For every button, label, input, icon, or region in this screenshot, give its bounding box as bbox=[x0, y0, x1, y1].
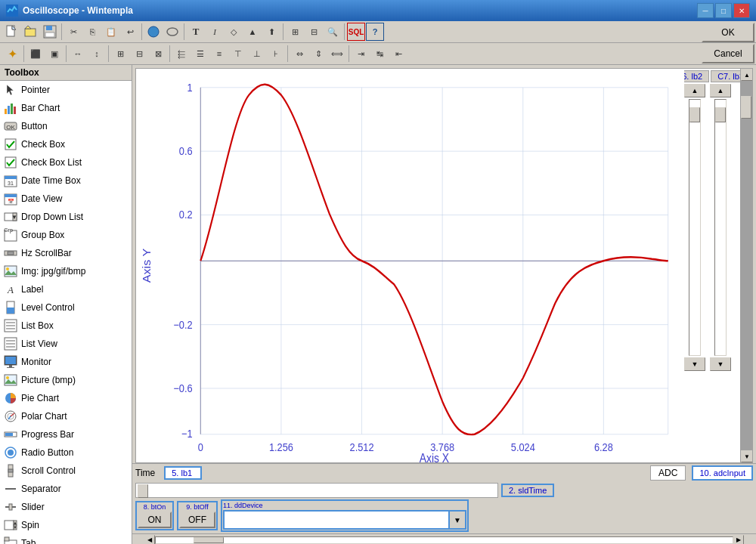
shape3-btn[interactable]: ⬆ bbox=[262, 23, 280, 41]
dd-device-input[interactable] bbox=[223, 510, 450, 530]
align-r-btn[interactable]: ≡ bbox=[210, 45, 228, 63]
dd-device-arrow[interactable]: ▼ bbox=[450, 510, 466, 530]
close-button[interactable]: ✕ bbox=[733, 3, 750, 18]
grid2-btn[interactable]: ⊟ bbox=[305, 23, 323, 41]
minimize-button[interactable]: ─ bbox=[697, 3, 714, 18]
spacing-v-btn[interactable]: ⇕ bbox=[309, 45, 327, 63]
align1-btn[interactable]: ⊞ bbox=[111, 45, 129, 63]
zoom-btn[interactable]: 🔍 bbox=[324, 23, 342, 41]
flip-h-btn[interactable]: ↔ bbox=[69, 45, 87, 63]
toolbox-item-slider[interactable]: Slider bbox=[0, 498, 132, 516]
save-btn[interactable] bbox=[41, 23, 59, 41]
align3-btn[interactable]: ⊠ bbox=[149, 45, 167, 63]
circle-btn[interactable] bbox=[144, 23, 163, 41]
toolbox-item-polar-chart[interactable]: Polar Chart bbox=[0, 407, 132, 425]
toolbox-item-monitor[interactable]: Monitor bbox=[0, 353, 132, 371]
tab-order-btn[interactable]: ⇥ bbox=[352, 45, 370, 63]
toolbox-item-check-box[interactable]: Check Box bbox=[0, 135, 132, 153]
hz-slider-thumb[interactable] bbox=[138, 484, 148, 498]
undo-btn[interactable]: ↩ bbox=[121, 23, 139, 41]
slider-lb3-track[interactable] bbox=[714, 99, 727, 356]
shape2-btn[interactable]: ▲ bbox=[243, 23, 262, 41]
slider-lb3-up-btn[interactable]: ▲ bbox=[710, 84, 731, 97]
slider-lb3-thumb[interactable] bbox=[715, 107, 726, 122]
toolbox-item-group-box[interactable]: GrpGroup Box bbox=[0, 226, 132, 244]
ok-button[interactable]: OK bbox=[702, 23, 754, 42]
maximize-button[interactable]: □ bbox=[715, 3, 732, 18]
tab-order3-btn[interactable]: ⇤ bbox=[389, 45, 407, 63]
toolbox-item-date-time-box[interactable]: 31Date Time Box bbox=[0, 172, 132, 190]
toolbox-item-date-view[interactable]: 📅Date View bbox=[0, 190, 132, 208]
scroll-left-arrow[interactable]: ◀ bbox=[144, 535, 155, 545]
toolbox-item-pointer[interactable]: Pointer bbox=[0, 81, 132, 99]
scroll-track[interactable] bbox=[155, 536, 733, 544]
toolbox-item-progress-bar[interactable]: Progress Bar bbox=[0, 425, 132, 444]
ellipse-btn[interactable] bbox=[163, 23, 181, 41]
toolbox-item-hz-scrollbar[interactable]: Hz ScrollBar bbox=[0, 244, 132, 262]
slider-lb2-thumb[interactable] bbox=[689, 107, 700, 122]
flip-v-btn[interactable]: ↕ bbox=[88, 45, 106, 63]
toolbox-item-separator[interactable]: Separator bbox=[0, 480, 132, 498]
cancel-button[interactable]: Cancel bbox=[702, 44, 754, 63]
toolbox-item-spin[interactable]: ▲▼Spin bbox=[0, 516, 132, 534]
align-b-btn[interactable]: ⊦ bbox=[267, 45, 285, 63]
align2-btn[interactable]: ⊟ bbox=[130, 45, 148, 63]
toolbox-item-list-view[interactable]: List View bbox=[0, 335, 132, 353]
text-btn[interactable]: T bbox=[187, 23, 205, 41]
tab-order2-btn[interactable]: ↹ bbox=[370, 45, 389, 63]
open-btn[interactable] bbox=[22, 23, 40, 41]
bt-on-wrapper[interactable]: 8. btOn ON bbox=[135, 501, 174, 530]
scroll-right-arrow[interactable]: ▶ bbox=[733, 535, 744, 545]
toolbox-item-pie-chart[interactable]: Pie Chart bbox=[0, 389, 132, 407]
sql-btn[interactable]: SQL bbox=[347, 23, 365, 41]
toolbox-panel: Toolbox PointerBar ChartOKButtonCheck Bo… bbox=[0, 65, 132, 544]
scrollbar-down-arrow[interactable]: ▼ bbox=[741, 450, 753, 462]
slider-lb2-up-btn[interactable]: ▲ bbox=[684, 84, 705, 97]
toolbox-item-drop-down-list[interactable]: ▼Drop Down List bbox=[0, 208, 132, 226]
adc-input[interactable]: 10. adcInput bbox=[692, 465, 753, 481]
slider-lb2-down-btn[interactable]: ▼ bbox=[684, 357, 705, 371]
toolbox-item-radio-button[interactable]: Radio Button bbox=[0, 444, 132, 462]
scrollbar-up-arrow[interactable]: ▲ bbox=[741, 69, 753, 81]
horizontal-scrollbar[interactable]: ◀ ▶ bbox=[132, 533, 756, 544]
scroll-thumb[interactable] bbox=[194, 537, 224, 543]
slider-lb2-track[interactable] bbox=[689, 99, 701, 356]
scrollbar-track[interactable] bbox=[741, 81, 752, 450]
date-time-box-icon: 31 bbox=[3, 173, 18, 188]
sparkle-btn[interactable]: ✦ bbox=[3, 45, 21, 63]
toolbox-item-list-box[interactable]: List Box bbox=[0, 317, 132, 335]
toolbox-item-label[interactable]: ALabel bbox=[0, 280, 132, 298]
toolbox-item-bar-chart[interactable]: Bar Chart bbox=[0, 99, 132, 117]
paste-btn[interactable]: 📋 bbox=[102, 23, 120, 41]
chart-scrollbar-v[interactable]: ▲ ▼ bbox=[740, 69, 752, 462]
hz-slider[interactable] bbox=[135, 483, 498, 498]
new-btn[interactable] bbox=[3, 23, 21, 41]
align-c-btn[interactable]: ☰ bbox=[191, 45, 209, 63]
align-m-btn[interactable]: ⊥ bbox=[248, 45, 266, 63]
cut-btn[interactable]: ✂ bbox=[64, 23, 82, 41]
chart-container: 1. xyDisplay C6. lb2 C7. lb3 bbox=[135, 68, 753, 463]
bt-on-button[interactable]: ON bbox=[138, 512, 172, 528]
bt-off-wrapper[interactable]: 9. btOff OFF bbox=[177, 501, 218, 530]
select-btn[interactable]: ▣ bbox=[45, 45, 64, 63]
toolbox-item-button[interactable]: OKButton bbox=[0, 117, 132, 135]
slider-lb3-down-btn[interactable]: ▼ bbox=[710, 357, 731, 371]
spacing-h-btn[interactable]: ⇔ bbox=[290, 45, 308, 63]
align-t-btn[interactable]: ⊤ bbox=[229, 45, 247, 63]
scrollbar-thumb[interactable] bbox=[741, 96, 751, 119]
toolbox-item-img[interactable]: Img: jpg/gif/bmp bbox=[0, 262, 132, 280]
align-l-btn[interactable]: ⬱ bbox=[172, 45, 191, 63]
shape1-btn[interactable]: ◇ bbox=[225, 23, 243, 41]
bt-off-button[interactable]: OFF bbox=[179, 512, 215, 528]
toolbox-item-picture[interactable]: Picture (bmp) bbox=[0, 371, 132, 389]
grid1-btn[interactable]: ⊞ bbox=[286, 23, 304, 41]
help-btn[interactable]: ? bbox=[366, 23, 384, 41]
move-btn[interactable]: ⬛ bbox=[26, 45, 45, 63]
toolbox-item-level-control[interactable]: Level Control bbox=[0, 298, 132, 317]
toolbox-item-tab[interactable]: Tab bbox=[0, 534, 132, 544]
toolbox-item-scroll-control[interactable]: Scroll Control bbox=[0, 462, 132, 480]
italic-btn[interactable]: I bbox=[206, 23, 224, 41]
same-w-btn[interactable]: ⟺ bbox=[328, 45, 346, 63]
toolbox-item-check-box-list[interactable]: Check Box List bbox=[0, 153, 132, 172]
copy-btn[interactable]: ⎘ bbox=[83, 23, 101, 41]
